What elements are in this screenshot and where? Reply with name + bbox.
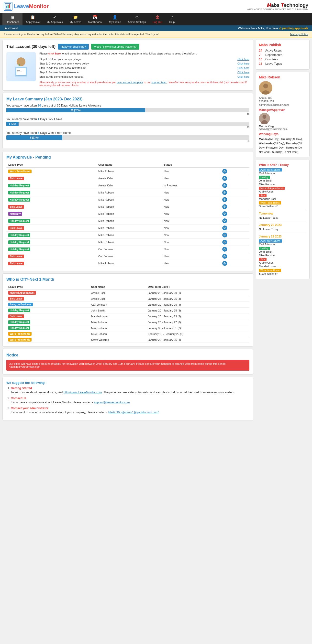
approval-action-btn[interactable]: ⚙ <box>222 261 227 266</box>
click-here-link[interactable]: click here <box>49 52 61 55</box>
step-1-link[interactable]: Click here <box>237 58 249 60</box>
svg-rect-3 <box>9 4 10 8</box>
profile-email: admin@yourdomain.com <box>259 103 306 106</box>
approval-action-btn[interactable]: ⚙ <box>222 232 227 238</box>
video-button[interactable]: Video : How to set up the Platform? <box>91 44 139 50</box>
leavemonitor-link[interactable]: http://www.LeaveMonitor.com <box>64 391 102 394</box>
wfh-summary-row: You already have taken 6 Days Work From … <box>6 131 249 142</box>
manager-avatar <box>259 113 270 124</box>
who-is-off-title: Who is Off?-Next 1 Month <box>6 277 249 282</box>
jan23-mandarin: Mandarin user <box>259 265 306 268</box>
svg-rect-1 <box>6 6 7 8</box>
logo: LeaveMonitor <box>4 2 49 11</box>
working-days: Working Days Monday(All Day), Tuesday(Al… <box>259 132 306 154</box>
admin-contact-link[interactable]: Martin King(admin1@yourdomain.com) <box>108 411 159 414</box>
wio-wfh-steve: Work From Home Steve Williams* <box>259 201 306 208</box>
logo-text: LeaveMonitor <box>14 3 49 10</box>
wio-row: Holiday Request Mike Robson January 20 -… <box>6 319 249 325</box>
wio-col-dates: Date(Total Days ) <box>146 284 249 290</box>
top-header: LeaveMonitor Mabs Technology A RELIABLE … <box>0 0 312 13</box>
nav-my-approvals[interactable]: ✔ My Approvals <box>43 13 66 26</box>
manager-label: Manager/Approver <box>259 108 306 112</box>
approval-action-btn[interactable]: ⚙ <box>222 254 227 259</box>
jan23-away: Away on Business Carl Johnson <box>259 239 306 246</box>
notice-box: Our office will have limited amount of f… <box>6 360 249 370</box>
support-team-link[interactable]: support team <box>151 81 167 84</box>
approval-row: Holiday Request Mike Robson New ⚙ <box>6 189 249 196</box>
col-status: Status <box>162 162 220 168</box>
approval-action-btn[interactable]: ⚙ <box>222 190 227 195</box>
svg-point-14 <box>263 115 266 119</box>
approval-action-btn[interactable]: ⚙ <box>222 183 227 188</box>
trial-content: ▲ Please click here to add some test dat… <box>6 52 249 87</box>
nav-admin-settings[interactable]: ⚙ Admin Settings <box>124 13 149 26</box>
approval-row: Sick Leave Areeta Kabir New ⚙ <box>6 175 249 182</box>
subscribe-button[interactable]: Ready to Subscribe? <box>58 44 89 50</box>
nav-dashboard[interactable]: 🖥 Dashboard <box>3 13 23 26</box>
nav-help[interactable]: ? Help <box>166 13 178 26</box>
user-account-template-link[interactable]: user account template <box>117 81 143 84</box>
mabs-logo: Mabs Technology A RELIABLE IT SOLUTION P… <box>247 2 308 10</box>
alt-text: Alternatively, you can send any number o… <box>39 81 249 87</box>
manage-notice-link[interactable]: Manage Notice <box>290 33 308 36</box>
approval-action-btn[interactable]: ⚙ <box>222 218 227 223</box>
step-4: Step 4: Set user leave allowanceClick he… <box>39 70 249 74</box>
svg-point-11 <box>263 84 268 88</box>
step-3-link[interactable]: Click here <box>237 66 249 70</box>
nav-logout[interactable]: ⏻ Log Out <box>149 13 166 26</box>
approval-action-btn[interactable]: ⚙ <box>222 169 227 174</box>
stat-active-users: 24 Active Users <box>259 49 306 52</box>
nav-month-view[interactable]: 📅 Month View <box>85 13 105 26</box>
approval-action-btn[interactable]: ⚙ <box>222 247 227 252</box>
who-is-off-card: Who is Off?-Next 1 Month Leave Type User… <box>3 274 253 347</box>
approval-action-btn[interactable]: ⚙ <box>222 211 227 216</box>
svg-rect-8 <box>17 72 22 72</box>
wio-row: Medical Appointment Arabic User January … <box>6 290 249 296</box>
approval-action-btn[interactable]: ⚙ <box>222 197 227 202</box>
trial-account-card: Trial account (30 days left) Ready to Su… <box>3 40 253 91</box>
approval-action-btn[interactable]: ⚙ <box>222 226 227 230</box>
svg-text:▲: ▲ <box>18 63 21 66</box>
step-5: Step 5: Add some trial leave request.Cli… <box>39 74 249 79</box>
approvals-card: My Approvals - Pending Leave Type User N… <box>3 151 253 271</box>
welcome-message: Welcome back Mike, You have ⚠ pending ap… <box>238 27 308 30</box>
sub-header: Dashboard Welcome back Mike, You have ⚠ … <box>0 26 312 31</box>
approval-row: Sick Leave Carl Johnson New ⚙ <box>6 253 249 260</box>
approval-action-btn[interactable]: ⚙ <box>222 176 227 181</box>
approval-action-btn[interactable]: ⚙ <box>222 204 227 209</box>
profile-card: Mike Robson Admin, UK 7254854255 admin@y… <box>256 72 309 157</box>
approval-row: Holiday Request Mike Robson New ⚙ <box>6 196 249 203</box>
dashboard-icon: 🖥 <box>11 15 15 20</box>
trial-instructions: Please click here to add some test data … <box>39 52 249 87</box>
trial-title: Trial account (30 days left) <box>6 44 56 49</box>
support-email-link[interactable]: support@leavemonitor.com <box>94 401 130 404</box>
jan22-text: No Leave Today <box>259 228 306 231</box>
approval-row: Holiday Request Areeta Kabir In Progress… <box>6 182 249 189</box>
leave-summary-title: My Leave Summary (Jan 2023- Dec 2023) <box>6 97 249 102</box>
nav-my-profile[interactable]: 👤 My Profile <box>106 13 124 26</box>
notice-card-title: Notice <box>6 353 249 358</box>
profile-phone: 7254854255 <box>259 100 306 103</box>
wio-sick-mandarin: Sick Mandarin user <box>259 194 306 200</box>
manager-section: Manager/Approver Martin King admin1@your… <box>259 108 306 130</box>
profile-icon: 👤 <box>113 15 117 20</box>
wio-col-user: User Name <box>89 284 146 290</box>
col-leave-type: Leave Type <box>6 162 96 168</box>
step-2-link[interactable]: Click here <box>237 62 249 65</box>
svg-rect-7 <box>17 70 20 71</box>
settings-icon: ⚙ <box>135 15 139 20</box>
col-user-name: User Name <box>96 162 162 168</box>
suggestions-list: Getting Started To learn more about Leav… <box>6 386 249 414</box>
wio-row: Work From Home Steve Williams January 20… <box>6 337 249 343</box>
leave-summary-card: My Leave Summary (Jan 2023- Dec 2023) Yo… <box>3 93 253 149</box>
step-5-link[interactable]: Click here <box>237 75 249 78</box>
approval-action-btn[interactable]: ⚙ <box>222 240 227 244</box>
sick-progress-bar: 1 (5%) <box>6 122 249 126</box>
manager-name: Martin King <box>259 125 306 128</box>
step-4-link[interactable]: Click here <box>237 71 249 74</box>
logout-icon: ⏻ <box>156 15 159 20</box>
nav-my-leave[interactable]: 📁 My Leave <box>66 13 85 26</box>
nav-apply-leave[interactable]: 📋 Apply leave <box>23 13 43 26</box>
approvals-title: My Approvals - Pending <box>6 155 249 160</box>
jan23-label: January 23 2023 <box>259 235 306 238</box>
